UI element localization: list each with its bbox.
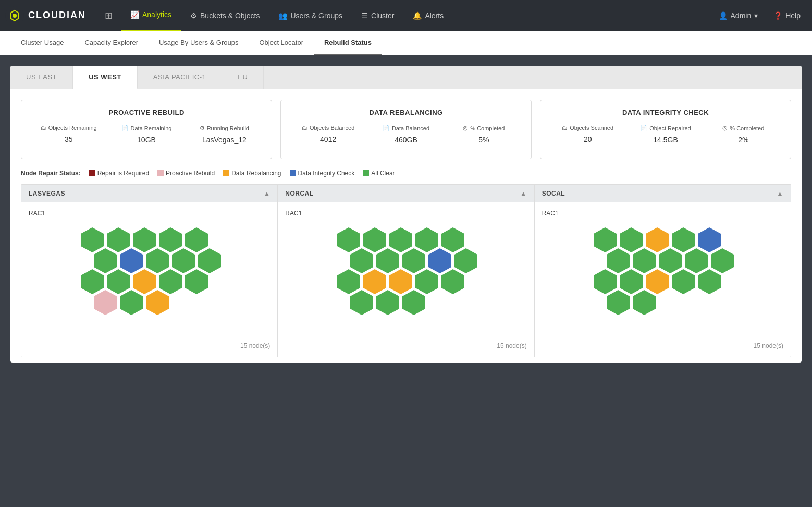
svg-marker-50 xyxy=(646,269,669,294)
logo: CLOUDIAN xyxy=(5,6,86,25)
top-nav: CLOUDIAN ⊞ 📈 Analytics ⚙ Buckets & Objec… xyxy=(0,0,812,31)
subnav-object-locator[interactable]: Object Locator xyxy=(249,31,314,55)
socal-hex-grid xyxy=(542,222,783,337)
svg-marker-14 xyxy=(133,269,156,294)
norcal-nodes-svg xyxy=(333,222,479,337)
running-rebuild-metric: ⚙ Running Rebuild LasVegas_12 xyxy=(186,125,263,144)
region-norcal-body: RAC1 xyxy=(278,202,534,357)
socal-collapse-button[interactable]: ▲ xyxy=(777,190,783,197)
svg-marker-33 xyxy=(415,269,438,294)
region-tabs: US EAST US WEST ASIA PACIFIC-1 EU xyxy=(10,66,802,89)
svg-marker-6 xyxy=(185,227,208,252)
svg-point-1 xyxy=(13,14,17,18)
legend-repair-required: Repair is Required xyxy=(89,170,149,177)
nav-items: 📈 Analytics ⚙ Buckets & Objects 👥 Users … xyxy=(121,0,712,31)
subnav-usage-by-users[interactable]: Usage By Users & Groups xyxy=(149,31,249,55)
nav-cluster[interactable]: ☰ Cluster xyxy=(352,0,403,31)
svg-marker-29 xyxy=(454,248,477,273)
lasvegas-hex-grid xyxy=(29,222,270,337)
admin-menu[interactable]: 👤 Admin ▾ xyxy=(712,0,765,31)
stat-card-data-rebalancing: DATA REBALANCING 🗂 Objects Balanced 4012… xyxy=(280,100,532,159)
svg-marker-39 xyxy=(620,227,643,252)
nav-right: 👤 Admin ▾ ❓ Help xyxy=(712,0,807,31)
svg-marker-8 xyxy=(120,248,143,273)
lasvegas-node-count: 15 node(s) xyxy=(29,337,270,349)
region-socal-body: RAC1 xyxy=(535,202,791,357)
svg-marker-30 xyxy=(337,269,360,294)
regions-grid: LASVEGAS ▲ RAC1 xyxy=(21,184,791,357)
svg-marker-46 xyxy=(685,248,708,273)
lasvegas-rack-label: RAC1 xyxy=(29,210,270,217)
repair-icon: 📄 xyxy=(640,125,647,131)
svg-marker-52 xyxy=(698,269,721,294)
svg-marker-25 xyxy=(350,248,373,273)
nav-users[interactable]: 👥 Users & Groups xyxy=(269,0,352,31)
data-icon: 📄 xyxy=(121,125,129,131)
content-panel: US EAST US WEST ASIA PACIFIC-1 EU PROACT… xyxy=(10,66,802,363)
tab-eu[interactable]: EU xyxy=(222,66,264,89)
svg-marker-36 xyxy=(376,290,399,315)
nav-alerts[interactable]: 🔔 Alerts xyxy=(403,0,453,31)
nav-buckets[interactable]: ⚙ Buckets & Objects xyxy=(181,0,269,31)
svg-marker-2 xyxy=(81,227,104,252)
svg-marker-54 xyxy=(633,290,656,315)
svg-marker-3 xyxy=(107,227,130,252)
cluster-icon: ☰ xyxy=(361,11,368,20)
region-socal: SOCAL ▲ RAC1 xyxy=(535,185,791,357)
nav-grid-button[interactable]: ⊞ xyxy=(96,10,121,21)
svg-marker-20 xyxy=(337,227,360,252)
svg-marker-19 xyxy=(146,290,169,315)
norcal-rack-label: RAC1 xyxy=(285,210,526,217)
subnav-capacity-explorer[interactable]: Capacity Explorer xyxy=(74,31,149,55)
node-repair-legend: Node Repair Status: Repair is Required P… xyxy=(21,170,791,177)
legend-all-clear: All Clear xyxy=(363,170,395,177)
main-content: US EAST US WEST ASIA PACIFIC-1 EU PROACT… xyxy=(0,55,812,373)
svg-marker-37 xyxy=(402,290,425,315)
tab-us-west[interactable]: US WEST xyxy=(73,66,138,89)
svg-marker-51 xyxy=(672,269,695,294)
tab-us-east[interactable]: US EAST xyxy=(10,66,73,89)
svg-marker-17 xyxy=(94,290,117,315)
data-balanced-metric: 📄 Data Balanced 460GB xyxy=(367,125,445,144)
svg-marker-26 xyxy=(376,248,399,273)
socal-nodes-svg xyxy=(589,222,735,337)
svg-marker-38 xyxy=(594,227,617,252)
subnav-cluster-usage[interactable]: Cluster Usage xyxy=(10,31,74,55)
svg-marker-15 xyxy=(159,269,182,294)
help-link[interactable]: ❓ Help xyxy=(767,0,807,31)
legend-color-proactive xyxy=(157,170,164,176)
lasvegas-collapse-button[interactable]: ▲ xyxy=(264,190,270,197)
objects-balanced-metric: 🗂 Objects Balanced 4012 xyxy=(289,125,367,144)
svg-marker-21 xyxy=(363,227,386,252)
stat-card-data-integrity: DATA INTEGRITY CHECK 🗂 Objects Scanned 2… xyxy=(540,100,791,159)
nav-analytics[interactable]: 📈 Analytics xyxy=(121,0,181,31)
region-lasvegas: LASVEGAS ▲ RAC1 xyxy=(21,185,278,357)
help-icon: ❓ xyxy=(773,11,782,20)
gear-icon: ⚙ xyxy=(190,11,197,20)
dropdown-icon: ▾ xyxy=(754,11,758,20)
svg-marker-35 xyxy=(350,290,373,315)
svg-marker-32 xyxy=(389,269,412,294)
norcal-collapse-button[interactable]: ▲ xyxy=(520,190,526,197)
norcal-node-count: 15 node(s) xyxy=(285,337,526,349)
svg-marker-24 xyxy=(441,227,464,252)
data-remaining-metric: 📄 Data Remaining 10GB xyxy=(107,125,185,144)
svg-marker-10 xyxy=(172,248,195,273)
svg-marker-49 xyxy=(620,269,643,294)
svg-marker-12 xyxy=(81,269,104,294)
avatar-icon: 👤 xyxy=(719,11,728,20)
svg-marker-4 xyxy=(133,227,156,252)
percent-icon: ◎ xyxy=(463,125,468,131)
svg-marker-18 xyxy=(120,290,143,315)
svg-marker-41 xyxy=(672,227,695,252)
lasvegas-nodes-svg xyxy=(77,222,223,337)
objects-icon: 🗂 xyxy=(41,125,46,131)
subnav-rebuild-status[interactable]: Rebuild Status xyxy=(314,31,382,55)
svg-marker-44 xyxy=(633,248,656,273)
svg-marker-45 xyxy=(659,248,682,273)
svg-marker-40 xyxy=(646,227,669,252)
socal-rack-label: RAC1 xyxy=(542,210,783,217)
svg-marker-27 xyxy=(402,248,425,273)
tab-asia-pacific[interactable]: ASIA PACIFIC-1 xyxy=(138,66,222,89)
objects-remaining-metric: 🗂 Objects Remaining 35 xyxy=(30,125,107,144)
